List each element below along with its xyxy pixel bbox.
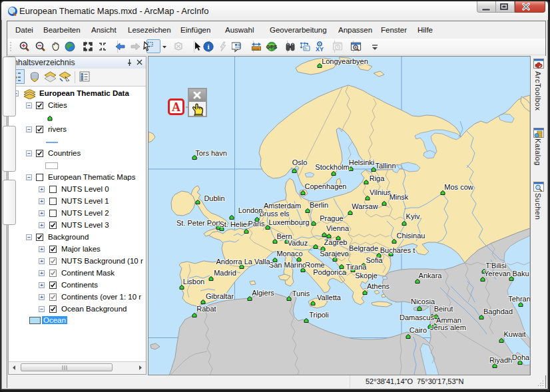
- svg-text:Andorra La Valla: Andorra La Valla: [216, 258, 270, 266]
- svg-text:Prague: Prague: [320, 214, 343, 222]
- svg-text:Riga: Riga: [370, 174, 386, 182]
- svg-text:Copenhagen: Copenhagen: [304, 182, 346, 190]
- svg-text:Belgrade: Belgrade: [349, 244, 378, 252]
- svg-text:Rabat: Rabat: [196, 305, 216, 313]
- svg-text:Doha: Doha: [512, 353, 530, 361]
- svg-text:XY: XY: [316, 46, 324, 53]
- svg-text:Baghdad: Baghdad: [483, 307, 513, 315]
- svg-text:Helsinki: Helsinki: [349, 158, 375, 166]
- svg-text:Algiers: Algiers: [252, 289, 274, 297]
- svg-text:Nicosia: Nicosia: [411, 297, 435, 305]
- svg-text:Rome: Rome: [305, 261, 324, 269]
- svg-text:Tehran: Tehran: [508, 295, 530, 303]
- svg-text:Madrid: Madrid: [214, 269, 236, 277]
- svg-text:San Marino: San Marino: [269, 261, 306, 269]
- svg-text:Kyiv: Kyiv: [406, 212, 420, 220]
- svg-text:Athens: Athens: [367, 282, 390, 290]
- svg-text:Amsterdam: Amsterdam: [264, 202, 301, 210]
- svg-text:Jerus alem: Jerus alem: [430, 323, 466, 331]
- svg-text:St. Peter Port: St. Peter Port: [176, 219, 220, 227]
- svg-text:Zagreb: Zagreb: [324, 238, 348, 246]
- svg-text:GPS: GPS: [266, 44, 278, 50]
- svg-text:Dublin: Dublin: [204, 194, 224, 202]
- svg-text:Paris: Paris: [248, 220, 265, 228]
- svg-text:London: London: [238, 206, 263, 214]
- svg-text:Minsk: Minsk: [390, 193, 409, 201]
- svg-text:Bruss els: Bruss els: [259, 210, 290, 218]
- svg-text:Monaco: Monaco: [276, 250, 302, 258]
- svg-text:Oslo: Oslo: [292, 158, 308, 166]
- svg-text:T'Bilisi: T'Bilisi: [485, 262, 506, 270]
- svg-text:Mos cow: Mos cow: [444, 183, 473, 191]
- svg-text:Riyadh: Riyadh: [489, 356, 512, 364]
- svg-text:Longyearbyen: Longyearbyen: [322, 57, 368, 65]
- svg-text:Sofia: Sofia: [366, 256, 383, 264]
- svg-text:Lisbon: Lisbon: [183, 278, 204, 286]
- svg-text:Tallinn: Tallinn: [375, 162, 396, 170]
- svg-text:Berlin: Berlin: [310, 201, 328, 209]
- svg-text:Valletta: Valletta: [317, 294, 342, 301]
- svg-text:Damascus: Damascus: [400, 313, 434, 321]
- svg-text:Cairo: Cairo: [410, 326, 427, 334]
- svg-text:Tors havn: Tors havn: [195, 149, 227, 157]
- svg-text:Vaduz: Vaduz: [288, 239, 308, 247]
- svg-text:Luxembourg: Luxembourg: [268, 218, 309, 226]
- svg-text:Kuwait: Kuwait: [503, 330, 525, 338]
- svg-text:Stockholm: Stockholm: [315, 163, 349, 171]
- svg-text:Ankara: Ankara: [419, 272, 443, 280]
- svg-text:Warsaw: Warsaw: [352, 202, 378, 210]
- svg-text:Gibraltar: Gibraltar: [206, 292, 234, 300]
- svg-text:Tripoli: Tripoli: [309, 311, 329, 319]
- svg-text:Chisinau: Chisinau: [397, 232, 425, 240]
- svg-text:Yerevan: Yerevan: [484, 270, 511, 278]
- svg-text:Skopje: Skopje: [355, 272, 378, 280]
- svg-text:St. Helier: St. Helier: [219, 220, 250, 228]
- svg-text:Sarajevo: Sarajevo: [320, 250, 348, 258]
- svg-text:Baku: Baku: [512, 270, 529, 278]
- svg-text:Podgorica: Podgorica: [313, 268, 346, 276]
- svg-text:Beirut: Beirut: [434, 305, 453, 313]
- svg-text:Tirana: Tirana: [346, 263, 368, 271]
- svg-text:Vilnius: Vilnius: [370, 188, 392, 196]
- svg-text:Buchares t: Buchares t: [380, 246, 415, 254]
- svg-text:i: i: [207, 43, 209, 51]
- svg-text:Tunis: Tunis: [292, 290, 310, 297]
- svg-text:Vienna: Vienna: [326, 224, 350, 232]
